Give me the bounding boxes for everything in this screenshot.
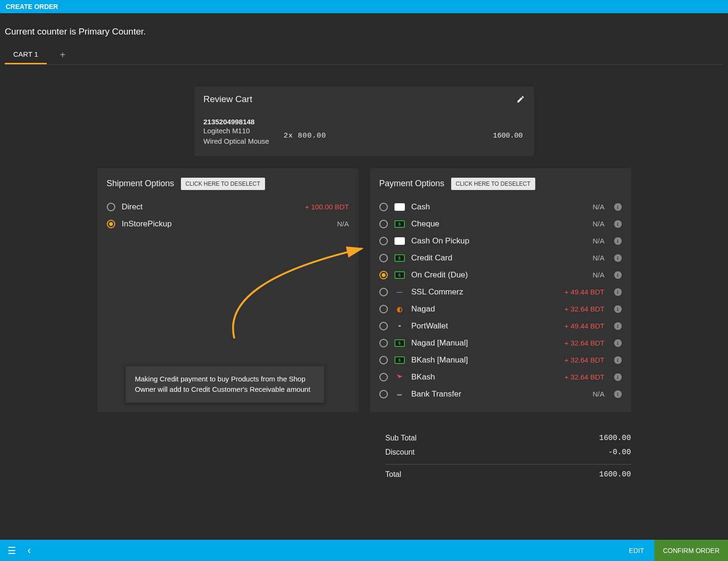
info-icon[interactable]: i <box>614 373 622 381</box>
option-value: N/A <box>337 220 349 228</box>
payment-option[interactable]: Bank TransferN/Ai <box>379 386 622 403</box>
option-value: + 49.44 BDT <box>565 322 605 330</box>
payment-method-icon <box>394 203 405 211</box>
order-totals: Sub Total1600.00Discount-0.00 Total 1600… <box>385 431 631 482</box>
option-label: PortWallet <box>411 321 558 331</box>
payment-panel: Payment Options CLICK HERE TO DESELECT C… <box>370 168 631 412</box>
payment-method-icon <box>394 220 405 228</box>
page-title: CREATE ORDER <box>6 3 58 10</box>
cart-wrap: Review Cart 2135204998148 Logitech M110 … <box>97 65 631 501</box>
header-bar: CREATE ORDER <box>0 0 728 13</box>
radio-icon[interactable] <box>379 305 388 313</box>
totals-label: Discount <box>385 448 415 457</box>
annotation-arrow-icon <box>220 244 367 343</box>
option-value: + 32.64 BDT <box>565 305 605 313</box>
radio-icon[interactable] <box>379 254 388 262</box>
payment-method-icon <box>394 271 405 279</box>
option-value: N/A <box>592 390 604 398</box>
radio-icon[interactable] <box>379 237 388 245</box>
cart-tabs: CART 1 + <box>5 45 723 65</box>
main-content: Current counter is Primary Counter. CART… <box>0 13 728 539</box>
option-value: + 32.64 BDT <box>565 339 605 347</box>
shipment-option[interactable]: Direct+ 100.00 BDT <box>107 199 349 216</box>
shipment-title: Shipment Options <box>107 179 174 189</box>
option-value: + 32.64 BDT <box>565 373 605 381</box>
info-icon[interactable]: i <box>614 322 622 330</box>
payment-method-icon <box>394 237 405 245</box>
radio-icon[interactable] <box>379 220 388 228</box>
option-label: Cash On Pickup <box>411 236 586 246</box>
info-icon[interactable]: i <box>614 220 622 228</box>
totals-amount: -0.00 <box>608 448 631 457</box>
info-icon[interactable]: i <box>614 339 622 347</box>
payment-method-icon <box>394 373 405 381</box>
radio-icon[interactable] <box>379 373 388 381</box>
payment-method-icon <box>394 356 405 364</box>
payment-option[interactable]: BKash+ 32.64 BDTi <box>379 369 622 386</box>
payment-method-icon <box>394 288 405 296</box>
option-label: BKash [Manual] <box>411 355 558 365</box>
payment-method-icon <box>394 390 405 398</box>
option-label: InStorePickup <box>122 219 331 229</box>
payment-option[interactable]: SSL Commerz+ 49.44 BDTi <box>379 284 622 301</box>
edit-icon[interactable] <box>516 95 525 104</box>
info-icon[interactable]: i <box>614 356 622 364</box>
radio-icon[interactable] <box>379 339 388 347</box>
payment-option[interactable]: Nagad+ 32.64 BDTi <box>379 301 622 318</box>
info-icon[interactable]: i <box>614 390 622 398</box>
radio-icon[interactable] <box>379 322 388 330</box>
info-icon[interactable]: i <box>614 271 622 279</box>
option-label: Nagad [Manual] <box>411 338 558 348</box>
option-label: Credit Card <box>411 253 586 263</box>
payment-option[interactable]: Nagad [Manual]+ 32.64 BDTi <box>379 335 622 352</box>
credit-tooltip: Making Credit payment to buy Products fr… <box>126 366 324 403</box>
option-label: Direct <box>122 202 299 212</box>
payment-option[interactable]: On Credit (Due)N/Ai <box>379 267 622 284</box>
back-icon[interactable]: ‹ <box>24 544 34 557</box>
payment-option[interactable]: Credit CardN/Ai <box>379 250 622 267</box>
payment-option[interactable]: BKash [Manual]+ 32.64 BDTi <box>379 352 622 369</box>
bottom-bar: ☰ ‹ EDIT CONFIRM ORDER <box>0 540 728 561</box>
total-amount: 1600.00 <box>599 470 631 479</box>
payment-method-icon <box>394 254 405 262</box>
radio-icon[interactable] <box>379 390 388 398</box>
option-value: + 49.44 BDT <box>565 288 605 296</box>
option-label: Nagad <box>411 304 558 314</box>
totals-amount: 1600.00 <box>599 434 631 442</box>
payment-method-icon <box>394 339 405 347</box>
totals-label: Sub Total <box>385 434 417 442</box>
option-label: Bank Transfer <box>411 389 586 399</box>
menu-icon[interactable]: ☰ <box>0 545 24 556</box>
shipment-option[interactable]: InStorePickupN/A <box>107 216 349 233</box>
shipment-panel: Shipment Options CLICK HERE TO DESELECT … <box>97 168 359 412</box>
radio-icon[interactable] <box>379 356 388 364</box>
payment-method-icon <box>394 322 405 330</box>
radio-icon[interactable] <box>107 203 115 211</box>
info-icon[interactable]: i <box>614 237 622 245</box>
option-value: N/A <box>592 271 604 279</box>
radio-icon[interactable] <box>379 288 388 296</box>
cart-line-item: 2135204998148 Logitech M110 Wired Optica… <box>194 112 534 156</box>
payment-option[interactable]: ChequeN/Ai <box>379 216 622 233</box>
shipment-deselect-button[interactable]: CLICK HERE TO DESELECT <box>181 178 265 190</box>
payment-option[interactable]: PortWallet+ 49.44 BDTi <box>379 318 622 335</box>
tab-cart1[interactable]: CART 1 <box>5 45 47 64</box>
option-value: + 32.64 BDT <box>565 356 605 364</box>
option-value: N/A <box>592 237 604 245</box>
radio-icon[interactable] <box>379 271 388 279</box>
info-icon[interactable]: i <box>614 203 622 211</box>
info-icon[interactable]: i <box>614 305 622 313</box>
option-value: + 100.00 BDT <box>305 203 349 211</box>
radio-icon[interactable] <box>379 203 388 211</box>
payment-deselect-button[interactable]: CLICK HERE TO DESELECT <box>451 178 535 190</box>
payment-option[interactable]: Cash On PickupN/Ai <box>379 233 622 250</box>
info-icon[interactable]: i <box>614 254 622 262</box>
info-icon[interactable]: i <box>614 288 622 296</box>
add-tab-button[interactable]: + <box>60 50 66 60</box>
radio-icon[interactable] <box>107 220 115 228</box>
counter-status: Current counter is Primary Counter. <box>5 13 723 45</box>
edit-button[interactable]: EDIT <box>618 547 654 554</box>
confirm-order-button[interactable]: CONFIRM ORDER <box>654 540 728 561</box>
payment-option[interactable]: CashN/Ai <box>379 199 622 216</box>
item-total: 1600.00 <box>493 118 524 147</box>
